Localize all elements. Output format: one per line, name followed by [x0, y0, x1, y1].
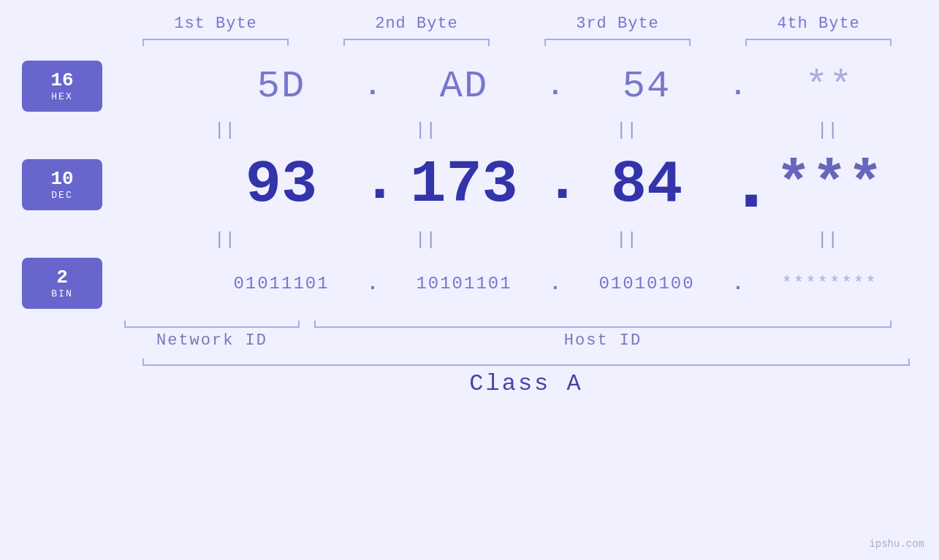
class-label: Class A	[142, 370, 910, 397]
bin-row: 2 BIN 01011101 . 10101101 . 01010100 . *…	[0, 250, 939, 316]
bin-dot-3: .	[727, 272, 749, 295]
dec-dot-1: .	[362, 148, 384, 216]
dec-val-1: 93	[201, 151, 362, 219]
eq-row-1: || || || ||	[124, 119, 928, 141]
hex-label: 16 HEX	[22, 61, 102, 112]
bracket-byte1	[142, 39, 289, 46]
bracket-byte3	[544, 39, 691, 46]
hex-dot-1: .	[362, 71, 384, 102]
dec-dot-2: .	[544, 148, 566, 216]
byte4-header: 4th Byte	[731, 15, 906, 33]
main-container: 1st Byte 2nd Byte 3rd Byte 4th Byte 16 H…	[0, 0, 939, 560]
byte3-header: 3rd Byte	[530, 15, 705, 33]
hex-val-2: AD	[384, 65, 544, 108]
bin-dot-2: .	[544, 272, 566, 295]
byte2-header: 2nd Byte	[329, 15, 504, 33]
eq-1: ||	[152, 120, 298, 140]
hex-val-4: **	[749, 65, 910, 108]
dec-base-text: DEC	[51, 190, 72, 201]
hex-dot-3: .	[727, 71, 749, 102]
eq-2: ||	[353, 120, 499, 140]
bin-base-text: BIN	[51, 288, 72, 299]
dec-val-3: 84	[566, 151, 727, 219]
hex-dot-2: .	[544, 71, 566, 102]
network-bracket	[124, 321, 300, 328]
bracket-byte4	[745, 39, 892, 46]
host-id-label: Host ID	[314, 331, 892, 350]
hex-base-num: 16	[50, 70, 73, 91]
hex-val-1: 5D	[201, 65, 362, 108]
bin-dot-1: .	[362, 272, 384, 295]
dec-dot-3: .	[727, 157, 749, 213]
host-bracket	[314, 321, 892, 328]
dec-values-row: 93 . 173 . 84 . ***	[201, 148, 939, 222]
hex-base-text: HEX	[51, 91, 72, 102]
bin-val-4: ********	[749, 274, 910, 294]
top-bracket-row	[115, 39, 919, 46]
watermark: ipshu.com	[869, 538, 924, 550]
dec-base-num: 10	[50, 169, 73, 190]
hex-values-row: 5D . AD . 54 . **	[201, 65, 939, 108]
hex-val-3: 54	[566, 65, 727, 108]
network-host-label-row: Network ID Host ID	[124, 331, 928, 350]
eq-7: ||	[554, 230, 700, 250]
eq-3: ||	[554, 120, 700, 140]
eq-row-2: || || || ||	[124, 229, 928, 250]
class-bracket	[142, 358, 910, 366]
hex-row: 16 HEX 5D . AD . 54 . **	[0, 53, 939, 119]
bin-values-row: 01011101 . 10101101 . 01010100 . *******…	[201, 272, 939, 295]
bin-val-3: 01010100	[566, 274, 727, 294]
eq-5: ||	[152, 230, 298, 250]
byte-headers-row: 1st Byte 2nd Byte 3rd Byte 4th Byte	[115, 15, 919, 33]
bin-label: 2 BIN	[22, 258, 102, 309]
bin-val-2: 10101101	[384, 274, 544, 294]
eq-8: ||	[755, 230, 901, 250]
byte1-header: 1st Byte	[128, 15, 303, 33]
dec-row: 10 DEC 93 . 173 . 84 . ***	[0, 141, 939, 229]
network-id-label: Network ID	[124, 331, 300, 350]
eq-6: ||	[353, 230, 499, 250]
eq-4: ||	[755, 120, 901, 140]
dec-val-4: ***	[749, 151, 910, 219]
bin-val-1: 01011101	[201, 274, 362, 294]
dec-val-2: 173	[384, 151, 544, 219]
bottom-brackets	[124, 321, 928, 328]
bracket-byte2	[343, 39, 490, 46]
bin-base-num: 2	[56, 267, 68, 288]
dec-label: 10 DEC	[22, 159, 102, 210]
